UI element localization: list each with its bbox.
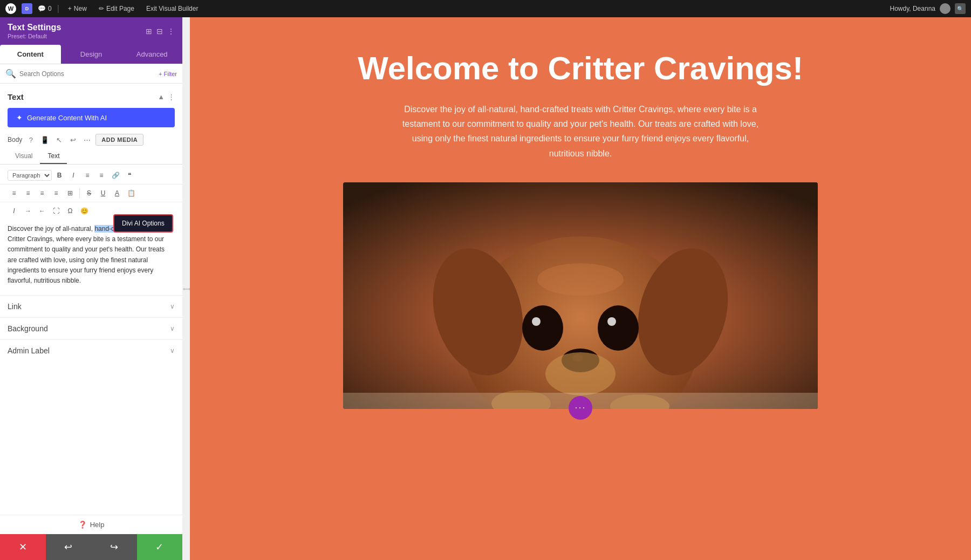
editor-text-before: Discover the joy of all-natural, [8, 225, 94, 233]
more-icon[interactable]: ⋮ [167, 27, 175, 36]
sidebar-header-icons: ⊞ ⊟ ⋮ [146, 27, 175, 36]
three-dots-button[interactable]: ··· [569, 396, 592, 420]
background-section[interactable]: Background ∨ [0, 317, 182, 339]
search-icon: 🔍 [5, 69, 16, 79]
outdent-button[interactable]: ← [36, 204, 49, 217]
columns-icon[interactable]: ⊟ [156, 27, 163, 36]
more-options-icon[interactable]: ⋮ [168, 93, 175, 101]
hero-section: Welcome to Critter Cravings! Discover th… [190, 17, 971, 182]
tab-advanced[interactable]: Advanced [121, 45, 182, 64]
help-icon[interactable]: ? [25, 136, 36, 144]
strikethrough-button[interactable]: S [83, 187, 95, 200]
editor-text-after: treats with Critter Cravings, where ever… [8, 225, 165, 284]
tab-content[interactable]: Content [0, 45, 61, 64]
dog-eye-highlight-right [607, 317, 616, 326]
format-toolbar-2: ≡ ≡ ≡ ≡ ⊞ S U A 📋 [0, 185, 182, 202]
plus-icon: + [68, 5, 72, 12]
editor-tab-text[interactable]: Text [40, 149, 67, 164]
body-label: Body [8, 136, 22, 144]
sidebar-title: Text Settings [8, 23, 61, 32]
resize-handle[interactable]: ⟺ [182, 17, 190, 560]
pencil-icon: ✏ [99, 5, 104, 12]
redo-icon: ↪ [110, 541, 118, 553]
mobile-icon[interactable]: 📱 [39, 136, 50, 144]
wordpress-logo[interactable] [5, 3, 16, 14]
filter-button[interactable]: + Filter [159, 71, 177, 77]
undo-icon[interactable]: ↩ [67, 136, 78, 144]
sidebar-title-area: Text Settings Preset: Default [8, 23, 61, 39]
bold-button[interactable]: B [53, 169, 66, 182]
underline-button[interactable]: U [97, 187, 110, 200]
sidebar-content: Text ▲ ⋮ ✦ Generate Content With AI Body… [0, 84, 182, 515]
dog-section: ··· [190, 182, 971, 431]
main-canvas: Welcome to Critter Cravings! Discover th… [190, 17, 971, 560]
dog-image [343, 182, 818, 409]
footer-actions: ✕ ↩ ↪ ✓ [0, 534, 182, 560]
admin-label-section-label: Admin Label [8, 346, 50, 355]
toolbar-separator [79, 188, 80, 198]
editor-tab-visual[interactable]: Visual [8, 149, 40, 164]
unordered-list-button[interactable]: ≡ [81, 169, 94, 182]
sidebar: Text Settings Preset: Default ⊞ ⊟ ⋮ Cont… [0, 17, 182, 560]
help-icon: ❓ [78, 521, 87, 529]
ordered-list-button[interactable]: ≡ [95, 169, 108, 182]
admin-label-section[interactable]: Admin Label ∨ [0, 339, 182, 361]
search-icon[interactable]: 🔍 [955, 3, 966, 14]
resize-icon: ⟺ [183, 286, 189, 292]
align-center-button[interactable]: ≡ [22, 187, 35, 200]
divi-logo[interactable]: D [22, 3, 32, 14]
text-section-header: Text ▲ ⋮ [0, 89, 182, 105]
new-button[interactable]: + New [65, 4, 90, 13]
omega-button[interactable]: Ω [64, 204, 77, 217]
italic2-button[interactable]: I [8, 204, 20, 217]
main-layout: Text Settings Preset: Default ⊞ ⊟ ⋮ Cont… [0, 17, 971, 560]
hero-title: Welcome to Critter Cravings! [201, 50, 960, 87]
dog-muzzle [545, 352, 616, 395]
add-media-button[interactable]: ADD MEDIA [95, 134, 143, 146]
divi-ai-options-popup[interactable]: Divi AI Options [113, 214, 173, 233]
ai-generate-button[interactable]: ✦ Generate Content With AI [8, 108, 175, 127]
justify-button[interactable]: ≡ [50, 187, 63, 200]
user-greeting: Howdy, Deanna [890, 5, 936, 12]
table-button[interactable]: ⊞ [64, 187, 77, 200]
user-avatar[interactable] [940, 3, 951, 14]
exit-builder-button[interactable]: Exit Visual Builder [143, 4, 202, 13]
editor-tabs: Visual Text [0, 149, 182, 165]
topbar-right: Howdy, Deanna 🔍 [890, 3, 966, 14]
format-toolbar-1: Paragraph B I ≡ ≡ 🔗 ❝ [0, 167, 182, 185]
indent-button[interactable]: → [22, 204, 35, 217]
link-chevron-icon: ∨ [170, 303, 175, 310]
topbar-left: D 💬 0 | + New ✏ Edit Page Exit Visual Bu… [5, 3, 201, 14]
paste-button[interactable]: 📋 [125, 187, 138, 200]
save-button[interactable]: ✓ [137, 534, 183, 560]
tab-design[interactable]: Design [61, 45, 122, 64]
align-left-button[interactable]: ≡ [8, 187, 20, 200]
link-section[interactable]: Link ∨ [0, 295, 182, 317]
close-button[interactable]: ✕ [0, 534, 46, 560]
dog-eye-highlight-left [532, 317, 541, 326]
ai-icon: ✦ [16, 113, 23, 122]
paragraph-select[interactable]: Paragraph [8, 170, 52, 181]
options-icon[interactable]: ⋯ [81, 136, 92, 144]
sidebar-preset: Preset: Default [8, 33, 61, 39]
admin-label-chevron-icon: ∨ [170, 347, 175, 354]
blockquote-button[interactable]: ❝ [123, 169, 136, 182]
collapse-icon[interactable]: ▲ [158, 93, 165, 101]
fullscreen-button[interactable]: ⛶ [50, 204, 63, 217]
emoji-button[interactable]: 😊 [78, 204, 91, 217]
dots-icon: ··· [575, 402, 586, 413]
undo-button[interactable]: ↩ [46, 534, 92, 560]
search-input[interactable] [19, 70, 155, 78]
section-icons: ▲ ⋮ [158, 93, 175, 101]
text-color-button[interactable]: A [111, 187, 124, 200]
redo-button[interactable]: ↪ [91, 534, 137, 560]
comment-count[interactable]: 💬 0 [38, 5, 52, 12]
help-button[interactable]: ❓ Help [0, 515, 182, 534]
edit-page-button[interactable]: ✏ Edit Page [95, 4, 138, 13]
align-right-button[interactable]: ≡ [36, 187, 49, 200]
cursor-icon[interactable]: ↖ [53, 136, 64, 144]
italic-button[interactable]: I [67, 169, 80, 182]
link-button[interactable]: 🔗 [109, 169, 122, 182]
close-icon: ✕ [19, 541, 27, 553]
settings-icon[interactable]: ⊞ [146, 27, 152, 36]
